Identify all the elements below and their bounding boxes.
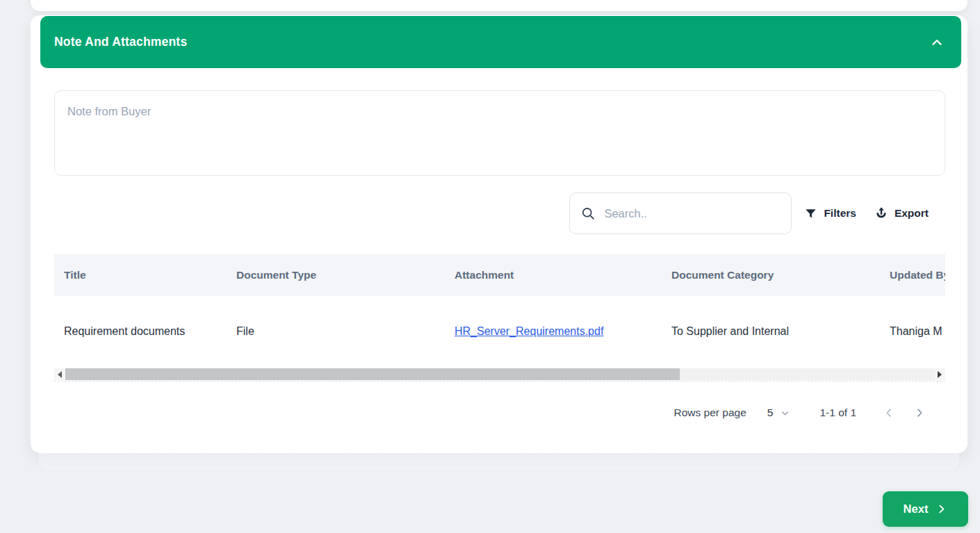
chevron-right-icon[interactable] xyxy=(912,405,927,420)
rows-per-page-label: Rows per page xyxy=(674,407,746,419)
pagination-range: 1-1 of 1 xyxy=(819,407,856,419)
next-chevron-right-icon xyxy=(936,503,947,515)
search-icon xyxy=(581,206,596,221)
table-header-row: Title Document Type Attachment Document … xyxy=(54,254,945,296)
export-button[interactable]: Export xyxy=(874,206,929,220)
next-button-label: Next xyxy=(904,502,929,516)
card-stack-shadow xyxy=(39,453,959,471)
section-title: Note And Attachments xyxy=(54,35,187,49)
rows-per-page-select[interactable]: 5 xyxy=(767,407,791,419)
search-box[interactable] xyxy=(569,192,792,234)
horizontal-scrollbar[interactable] xyxy=(54,368,945,380)
scrollbar-left-arrow[interactable] xyxy=(54,368,65,380)
scrollbar-right-arrow[interactable] xyxy=(934,368,945,380)
chevron-up-icon[interactable] xyxy=(929,35,945,50)
note-from-buyer-textarea[interactable] xyxy=(54,90,945,176)
column-document-type: Document Type xyxy=(236,254,455,296)
column-updated-by: Updated By xyxy=(890,254,945,296)
chevron-left-icon[interactable] xyxy=(881,405,897,420)
column-document-category: Document Category xyxy=(671,254,890,296)
column-title: Title xyxy=(54,254,236,296)
chevron-down-icon xyxy=(780,408,790,418)
table-row: Requirement documents File HR_Server_Req… xyxy=(54,296,945,367)
section-header[interactable]: Note And Attachments xyxy=(40,16,961,68)
cell-updated-by: Thaniga M xyxy=(890,296,945,367)
column-attachment: Attachment xyxy=(455,254,671,296)
triangle-left-icon xyxy=(58,371,62,378)
triangle-right-icon xyxy=(938,371,942,378)
filter-icon xyxy=(804,207,817,220)
filters-label: Filters xyxy=(824,207,856,220)
filters-button[interactable]: Filters xyxy=(804,207,856,220)
attachment-link[interactable]: HR_Server_Requirements.pdf xyxy=(455,325,603,337)
previous-card-remnant xyxy=(31,0,967,11)
search-input[interactable] xyxy=(604,207,771,220)
cell-document-category: To Supplier and Internal xyxy=(671,296,890,367)
table-toolbar: Filters Export xyxy=(54,192,945,234)
export-upload-icon xyxy=(874,206,888,220)
rows-per-page-value: 5 xyxy=(767,407,774,419)
note-attachments-card: Note And Attachments xyxy=(31,15,967,453)
cell-attachment: HR_Server_Requirements.pdf xyxy=(455,296,671,367)
export-label: Export xyxy=(895,207,929,220)
page: Note And Attachments xyxy=(0,0,980,533)
pagination-bar: Rows per page 5 1-1 of 1 xyxy=(54,397,945,428)
cell-title: Requirement documents xyxy=(54,296,236,367)
cell-document-type: File xyxy=(236,296,455,367)
scrollbar-thumb[interactable] xyxy=(65,368,680,380)
next-button[interactable]: Next xyxy=(883,491,968,527)
attachments-table: Title Document Type Attachment Document … xyxy=(54,254,945,382)
